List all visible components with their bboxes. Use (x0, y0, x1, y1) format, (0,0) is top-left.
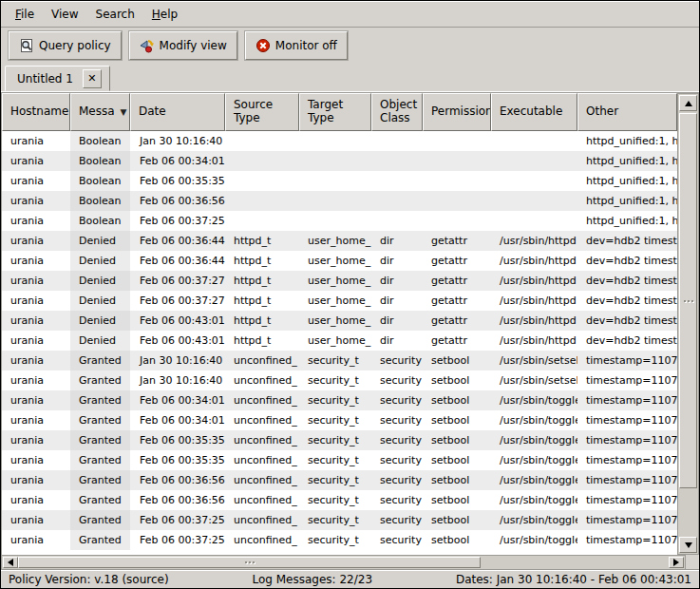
cell: Granted (70, 351, 130, 370)
table-row[interactable]: uraniaDeniedFeb 06 00:37:27httpd_tuser_h… (2, 271, 677, 291)
cell: urania (2, 271, 70, 291)
menu-file[interactable]: File (7, 4, 43, 25)
cell: urania (2, 470, 70, 490)
table-row[interactable]: uraniaBooleanFeb 06 00:34:01httpd_unifie… (2, 151, 677, 171)
table-row[interactable]: uraniaGrantedFeb 06 00:36:56unconfined_s… (2, 470, 677, 490)
cell: Feb 06 00:34:01 (130, 390, 225, 410)
cell: Granted (70, 530, 130, 550)
cell: /usr/sbin/toggle (491, 430, 577, 450)
cell (491, 171, 577, 191)
cell: Jan 30 10:16:40 (130, 370, 225, 390)
cell: timestamp=11076 (577, 510, 677, 530)
cell: dir (371, 251, 423, 271)
table-row[interactable]: uraniaGrantedFeb 06 00:37:25unconfined_s… (2, 530, 677, 550)
monitor-off-button[interactable]: Monitor off (245, 31, 348, 60)
cell: setbool (423, 430, 491, 450)
cell: urania (2, 450, 70, 470)
vertical-scrollbar-thumb[interactable] (679, 113, 697, 488)
column-header-date[interactable]: Date (130, 93, 225, 131)
table-row[interactable]: uraniaGrantedFeb 06 00:37:25unconfined_s… (2, 510, 677, 530)
magnifier-document-icon (19, 38, 34, 53)
cell: urania (2, 390, 70, 410)
cell: Feb 06 00:36:44 (130, 231, 225, 251)
table-row[interactable]: uraniaGrantedFeb 06 00:34:01unconfined_s… (2, 390, 677, 410)
scroll-right-button[interactable] (669, 557, 684, 568)
cell: user_home_ (299, 311, 371, 331)
column-header-messa[interactable]: Messa▼ (70, 93, 130, 131)
cell (299, 171, 371, 191)
cell: httpd_t (225, 231, 299, 251)
cell: urania (2, 351, 70, 370)
cell: Feb 06 00:36:44 (130, 251, 225, 271)
table-row[interactable]: uraniaGrantedFeb 06 00:35:35unconfined_s… (2, 430, 677, 450)
tab-untitled-1[interactable]: Untitled 1 ✕ (5, 66, 110, 91)
cell: user_home_ (299, 291, 371, 311)
cell: Feb 06 00:43:01 (130, 311, 225, 331)
cell (299, 211, 371, 231)
table-row[interactable]: uraniaDeniedFeb 06 00:36:44httpd_tuser_h… (2, 251, 677, 271)
table-row[interactable]: uraniaBooleanFeb 06 00:35:35httpd_unifie… (2, 171, 677, 191)
cell: urania (2, 291, 70, 311)
scroll-left-button[interactable] (3, 557, 18, 568)
table-row[interactable]: uraniaGrantedJan 30 10:16:40unconfined_s… (2, 370, 677, 390)
cell: getattr (423, 271, 491, 291)
cell: Feb 06 00:36:56 (130, 191, 225, 211)
cell: setbool (423, 370, 491, 390)
cell: Granted (70, 510, 130, 530)
arrow-right-icon (673, 559, 679, 566)
grip-icon (684, 300, 686, 302)
column-header-target-type[interactable]: Target Type (299, 93, 371, 131)
horizontal-scrollbar-thumb[interactable] (18, 557, 481, 568)
modify-view-button[interactable]: Modify view (129, 31, 237, 60)
cell (299, 191, 371, 211)
table-row[interactable]: uraniaGrantedFeb 06 00:36:56unconfined_s… (2, 490, 677, 510)
cell: user_home_ (299, 331, 371, 351)
menu-help[interactable]: Help (143, 4, 186, 25)
horizontal-scrollbar[interactable] (1, 555, 686, 570)
table-row[interactable]: uraniaDeniedFeb 06 00:43:01httpd_tuser_h… (2, 311, 677, 331)
cell: security_t (299, 470, 371, 490)
cell: Granted (70, 370, 130, 390)
menu-view[interactable]: View (43, 4, 86, 25)
table-row[interactable]: uraniaDeniedFeb 06 00:43:01httpd_tuser_h… (2, 331, 677, 351)
query-policy-button[interactable]: Query policy (9, 31, 122, 60)
table-row[interactable]: uraniaDeniedFeb 06 00:37:27httpd_tuser_h… (2, 291, 677, 311)
cell: dir (371, 291, 423, 311)
cell: security (371, 530, 423, 550)
table-row[interactable]: uraniaBooleanFeb 06 00:37:25httpd_unifie… (2, 211, 677, 231)
cell: security_t (299, 390, 371, 410)
tab-close-button[interactable]: ✕ (83, 69, 102, 88)
scroll-up-button[interactable] (679, 95, 697, 111)
cell: unconfined_ (225, 530, 299, 550)
table-row[interactable]: uraniaGrantedFeb 06 00:34:01unconfined_s… (2, 410, 677, 430)
table-row[interactable]: uraniaDeniedFeb 06 00:36:44httpd_tuser_h… (2, 231, 677, 251)
scroll-down-button[interactable] (679, 537, 697, 553)
red-stop-icon (255, 38, 271, 53)
cell: unconfined_ (225, 351, 299, 370)
cell: urania (2, 311, 70, 331)
column-header-executable[interactable]: Executable (491, 93, 577, 131)
cell: Denied (70, 311, 130, 331)
cell: timestamp=11071 (577, 351, 677, 370)
table-scroll-area: HostnameMessa▼DateSource TypeTarget Type… (1, 93, 677, 555)
cell: httpd_t (225, 311, 299, 331)
vertical-scrollbar[interactable] (677, 93, 699, 555)
table-row[interactable]: uraniaGrantedFeb 06 00:35:35unconfined_s… (2, 450, 677, 470)
table-row[interactable]: uraniaGrantedJan 30 10:16:40unconfined_s… (2, 351, 677, 370)
cell (371, 131, 423, 151)
cell: Boolean (70, 211, 130, 231)
cell: timestamp=11076 (577, 390, 677, 410)
column-header-hostname[interactable]: Hostname (2, 93, 70, 131)
menu-search[interactable]: Search (87, 4, 143, 25)
column-header-other[interactable]: Other (577, 93, 677, 131)
column-header-permission[interactable]: Permission (423, 93, 491, 131)
seaudit-window: File View Search Help Query policy (0, 0, 700, 589)
table-row[interactable]: uraniaBooleanJan 30 10:16:40httpd_unifie… (2, 131, 677, 151)
column-header-source-type[interactable]: Source Type (225, 93, 299, 131)
log-messages-status: Log Messages: 22/23 (169, 573, 456, 586)
table-row[interactable]: uraniaBooleanFeb 06 00:36:56httpd_unifie… (2, 191, 677, 211)
cell (371, 151, 423, 171)
column-header-object-class[interactable]: Object Class (371, 93, 423, 131)
cell: setbool (423, 450, 491, 470)
cell: dev=hdb2 timesta (577, 331, 677, 351)
